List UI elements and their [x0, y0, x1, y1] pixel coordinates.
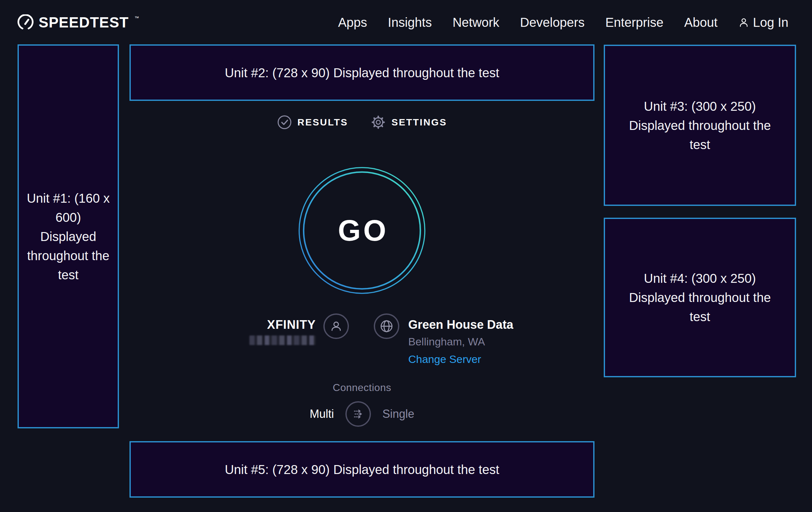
- view-tabs: RESULTS: [129, 115, 594, 130]
- connection-info: XFINITY: [129, 314, 594, 377]
- isp-ip-redacted: [250, 335, 316, 345]
- ad-unit-5-label: Unit #5: (728 x 90) Displayed throughout…: [225, 460, 499, 479]
- go-button[interactable]: GO: [297, 166, 427, 295]
- ad-unit-1: Unit #1: (160 x 600) Displayed throughou…: [18, 44, 119, 428]
- isp-name: XFINITY: [267, 318, 316, 332]
- ad-unit-5: Unit #5: (728 x 90) Displayed throughout…: [129, 441, 594, 497]
- nav-item-apps[interactable]: Apps: [338, 15, 367, 30]
- server-text: Green House Data Bellingham, WA Change S…: [408, 318, 513, 366]
- server-block: Green House Data Bellingham, WA Change S…: [374, 314, 513, 366]
- connections-section: Connections Multi: [129, 382, 594, 427]
- gear-icon: [371, 115, 385, 130]
- isp-block: XFINITY: [250, 314, 349, 345]
- server-name: Green House Data: [408, 318, 513, 332]
- nav-item-about[interactable]: About: [684, 15, 718, 30]
- ad-unit-4: Unit #4: (300 x 250) Displayed throughou…: [604, 218, 796, 377]
- tab-settings[interactable]: SETTINGS: [371, 115, 447, 130]
- isp-avatar: [323, 314, 349, 339]
- connections-single-option[interactable]: Single: [382, 407, 414, 421]
- speedtest-logo[interactable]: SPEEDTEST ™: [18, 0, 138, 45]
- tab-results[interactable]: RESULTS: [277, 115, 348, 130]
- connections-toggle-button[interactable]: [345, 401, 371, 427]
- login-label: Log In: [753, 15, 788, 30]
- server-location: Bellingham, WA: [408, 335, 485, 348]
- login-button[interactable]: Log In: [738, 15, 788, 30]
- server-avatar: [374, 314, 399, 339]
- check-circle-icon: [277, 115, 292, 130]
- nav-item-insights[interactable]: Insights: [388, 15, 432, 30]
- connections-toggle-row: Multi Single: [310, 401, 414, 427]
- tab-settings-label: SETTINGS: [391, 117, 447, 128]
- ad-unit-1-label: Unit #1: (160 x 600) Displayed throughou…: [27, 189, 110, 285]
- ad-unit-4-label: Unit #4: (300 x 250) Displayed throughou…: [624, 269, 777, 326]
- logo-wordmark: SPEEDTEST: [38, 14, 129, 31]
- tab-results-label: RESULTS: [297, 117, 348, 128]
- person-icon: [738, 17, 749, 28]
- change-server-link[interactable]: Change Server: [408, 353, 481, 366]
- globe-icon: [379, 319, 394, 333]
- gauge-icon: [18, 15, 33, 30]
- connections-multi-option[interactable]: Multi: [310, 407, 334, 421]
- nav-item-enterprise[interactable]: Enterprise: [605, 15, 663, 30]
- speedtest-page: SPEEDTEST ™ Apps Insights Network Develo…: [0, 0, 812, 512]
- isp-text: XFINITY: [250, 318, 316, 345]
- ad-unit-3: Unit #3: (300 x 250) Displayed throughou…: [604, 45, 796, 206]
- ad-unit-2-label: Unit #2: (728 x 90) Displayed throughout…: [225, 63, 499, 82]
- connections-label: Connections: [129, 382, 594, 394]
- nav-item-network[interactable]: Network: [453, 15, 499, 30]
- logo-trademark: ™: [135, 15, 139, 21]
- ad-unit-3-label: Unit #3: (300 x 250) Displayed throughou…: [624, 97, 777, 154]
- ad-unit-2: Unit #2: (728 x 90) Displayed throughout…: [129, 44, 594, 101]
- nav-item-developers[interactable]: Developers: [520, 15, 585, 30]
- multi-arrows-icon: [351, 407, 366, 421]
- user-icon: [329, 319, 343, 333]
- go-button-label: GO: [297, 166, 427, 295]
- top-nav: Apps Insights Network Developers Enterpr…: [338, 0, 788, 45]
